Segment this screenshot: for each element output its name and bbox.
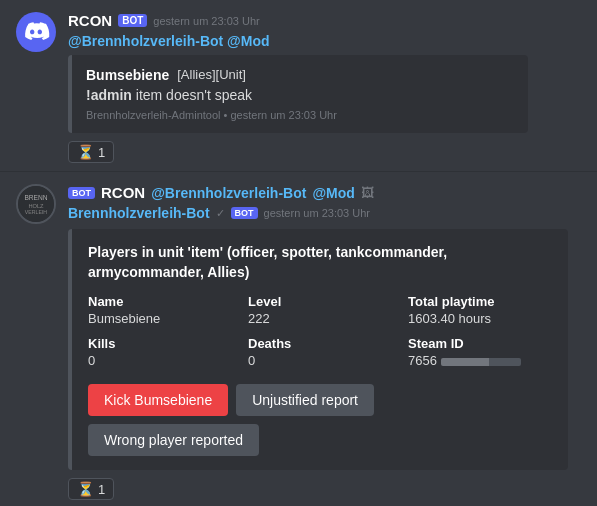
svg-text:VERLEIH: VERLEIH — [25, 209, 48, 215]
field-label-steamid: Steam ID — [408, 336, 552, 351]
field-label-kills: Kills — [88, 336, 232, 351]
message-header-2: BOT RCON @Brennholzverleih-Bot @Mod 🖼 — [68, 184, 581, 201]
message-content-2: BOT RCON @Brennholzverleih-Bot @Mod 🖼 Br… — [68, 184, 581, 500]
svg-text:BRENN: BRENN — [24, 194, 47, 201]
field-value-name: Bumsebiene — [88, 311, 232, 326]
username-rcon: RCON — [101, 184, 145, 201]
field-value-playtime: 1603.40 hours — [408, 311, 552, 326]
embed-unit-tag: [Allies][Unit] — [177, 67, 246, 83]
reaction-emoji-1: ⏳ — [77, 144, 94, 160]
reaction-count-2: 1 — [98, 482, 105, 497]
image-icon: 🖼 — [361, 185, 374, 200]
reaction-row-1: ⏳ 1 — [68, 133, 581, 163]
field-value-deaths: 0 — [248, 353, 392, 368]
embed-row-1: Bumsebiene [Allies][Unit] — [86, 67, 514, 83]
sub-header-2: Brennholzverleih-Bot ✓ BOT gestern um 23… — [68, 205, 581, 221]
message-group-1: RCON BOT gestern um 23:03 Uhr @Brennholz… — [0, 0, 597, 172]
bot-badge-rcon: BOT — [68, 187, 95, 199]
field-label-playtime: Total playtime — [408, 294, 552, 309]
mention-bot-2[interactable]: @Brennholzverleih-Bot — [151, 185, 306, 201]
field-value-kills: 0 — [88, 353, 232, 368]
mention-bot-1[interactable]: @Brennholzverleih-Bot — [68, 33, 223, 49]
sub-username: Brennholzverleih-Bot — [68, 205, 210, 221]
mention-mod-2[interactable]: @Mod — [312, 185, 354, 201]
embed-command-text-val: item doesn't speak — [136, 87, 252, 103]
message-header-1: RCON BOT gestern um 23:03 Uhr — [68, 12, 581, 29]
embed-command: !admin — [86, 87, 132, 103]
embed-player-name: Bumsebiene — [86, 67, 169, 83]
field-label-deaths: Deaths — [248, 336, 392, 351]
timestamp-2: gestern um 23:03 Uhr — [264, 207, 370, 219]
verified-icon: ✓ — [216, 207, 225, 220]
reaction-1[interactable]: ⏳ 1 — [68, 141, 114, 163]
wrong-player-button[interactable]: Wrong player reported — [88, 424, 259, 456]
reaction-emoji-2: ⏳ — [77, 481, 94, 497]
svg-text:HOLZ: HOLZ — [28, 203, 44, 209]
embed-footer-1: Brennholzverleih-Admintool • gestern um … — [86, 109, 514, 121]
field-steamid: Steam ID 7656 — [408, 336, 552, 368]
bot-badge-sub: BOT — [231, 207, 258, 219]
message-text-1: @Brennholzverleih-Bot @Mod — [68, 33, 581, 49]
reaction-row-2: ⏳ 1 — [68, 470, 581, 500]
username-1: RCON — [68, 12, 112, 29]
field-value-steamid: 7656 — [408, 353, 552, 368]
kick-button[interactable]: Kick Bumsebiene — [88, 384, 228, 416]
embed-1: Bumsebiene [Allies][Unit] !admin item do… — [68, 55, 528, 133]
steam-bar — [441, 358, 521, 366]
message-content-1: RCON BOT gestern um 23:03 Uhr @Brennholz… — [68, 12, 581, 163]
reaction-2[interactable]: ⏳ 1 — [68, 478, 114, 500]
message-group-2: BRENN HOLZ VERLEIH BOT RCON @Brennholzve… — [0, 172, 597, 506]
card-title: Players in unit 'item' (officer, spotter… — [88, 243, 552, 282]
field-label-name: Name — [88, 294, 232, 309]
embed-command-row: !admin item doesn't speak — [86, 87, 514, 103]
avatar-2: BRENN HOLZ VERLEIH — [16, 184, 56, 224]
field-deaths: Deaths 0 — [248, 336, 392, 368]
field-label-level: Level — [248, 294, 392, 309]
bot-badge-1: BOT — [118, 14, 147, 27]
field-level: Level 222 — [248, 294, 392, 326]
avatar-1 — [16, 12, 56, 52]
timestamp-1: gestern um 23:03 Uhr — [153, 15, 259, 27]
field-name: Name Bumsebiene — [88, 294, 232, 326]
reaction-count-1: 1 — [98, 145, 105, 160]
field-playtime: Total playtime 1603.40 hours — [408, 294, 552, 326]
field-value-level: 222 — [248, 311, 392, 326]
info-grid: Name Bumsebiene Level 222 Total playtime… — [88, 294, 552, 368]
unjustified-button[interactable]: Unjustified report — [236, 384, 374, 416]
button-row: Kick Bumsebiene Unjustified report Wrong… — [88, 384, 552, 456]
mention-mod-1[interactable]: @Mod — [227, 33, 269, 49]
info-card: Players in unit 'item' (officer, spotter… — [68, 229, 568, 470]
field-kills: Kills 0 — [88, 336, 232, 368]
